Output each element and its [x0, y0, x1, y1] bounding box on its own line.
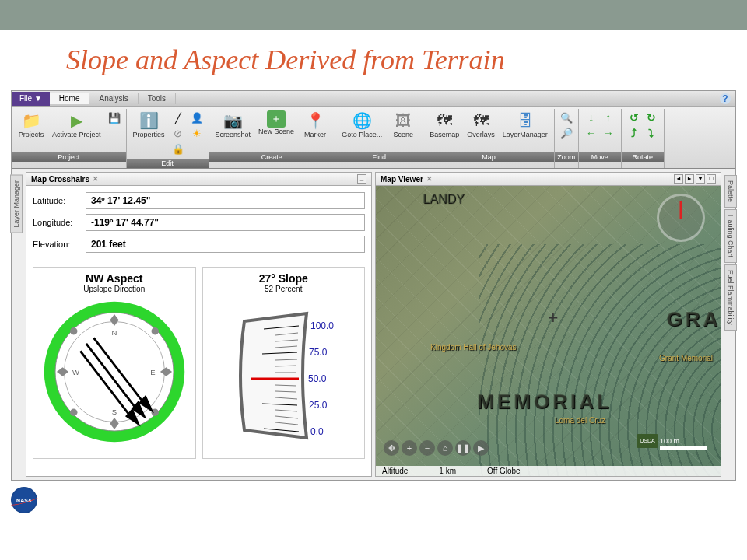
play-icon: ▶ [66, 110, 86, 131]
dropdown-icon[interactable]: ▾ [696, 174, 705, 184]
move-down-icon[interactable]: ↓ [584, 110, 599, 124]
globe-icon: 🌐 [352, 110, 372, 131]
overlays-button[interactable]: 🗺Overlays [464, 109, 498, 140]
map-canvas[interactable]: + LANDY Kingdom Hall of Jehovas MEMORIAL… [376, 186, 721, 476]
image-icon: 🖼 [393, 110, 413, 131]
save-icon[interactable]: 💾 [107, 110, 121, 124]
slope-instrument: 27° Slope 52 Percent [202, 267, 366, 459]
camera-icon: 📷 [223, 110, 243, 131]
compass-gauge: N S W E [40, 298, 188, 446]
tab-tools[interactable]: Tools [139, 93, 176, 104]
new-scene-button[interactable]: ＋New Scene [255, 109, 297, 137]
map-icon: 🗺 [434, 110, 454, 131]
sun-icon[interactable]: ☀ [190, 126, 204, 140]
usda-badge: USDA [637, 434, 658, 448]
side-tab-fuel-flammability[interactable]: Fuel Flammability [724, 264, 737, 331]
zoom-in-icon[interactable]: 🔍 [559, 110, 573, 124]
menubar: File ▼ Home Analysis Tools ? [12, 91, 735, 107]
lock-icon[interactable]: 🔒 [171, 142, 185, 156]
side-tab-palette[interactable]: Palette [724, 175, 737, 208]
svg-point-10 [70, 409, 78, 417]
move-left-icon[interactable]: ← [584, 126, 599, 140]
aspect-subtitle: Upslope Direction [38, 285, 191, 293]
properties-button[interactable]: ℹ️Properties [130, 109, 168, 140]
svg-text:W: W [72, 368, 79, 376]
scene-icon: ＋ [267, 110, 286, 128]
rotate-ccw-icon[interactable]: ↺ [626, 110, 642, 124]
group-label-move: Move [579, 152, 621, 162]
slope-title: 27° Slope [208, 272, 360, 285]
side-tab-hauling-chart[interactable]: Hauling Chart [724, 209, 737, 263]
user-icon[interactable]: 👤 [190, 110, 204, 124]
map-label-landy: LANDY [423, 192, 464, 206]
screenshot-button[interactable]: 📷Screenshot [212, 109, 254, 140]
svg-text:S: S [112, 408, 117, 416]
tilt-up-icon[interactable]: ⤴ [626, 126, 642, 140]
longitude-label: Longitude: [33, 218, 86, 227]
page-title: Slope and Aspect Derived from Terrain [0, 30, 747, 90]
close-tab-icon[interactable]: ✕ [93, 175, 99, 183]
marker-icon: 📍 [305, 110, 325, 131]
move-up-icon[interactable]: ↑ [601, 110, 616, 124]
activate-project-button[interactable]: ▶Activate Project [49, 109, 104, 140]
svg-text:50.0: 50.0 [308, 373, 327, 384]
crosshair-icon: + [549, 308, 559, 328]
latitude-value[interactable]: 34º 17' 12.45" [86, 192, 365, 209]
group-label-zoom: Zoom [555, 152, 578, 162]
map-home-icon[interactable]: ⌂ [437, 440, 453, 456]
minimize-icon[interactable]: _ [357, 174, 366, 184]
layermanager-button[interactable]: 🗄LayerManager [500, 109, 551, 140]
projects-button[interactable]: 📁Projects [15, 109, 47, 140]
tab-home[interactable]: Home [50, 93, 90, 104]
file-menu[interactable]: File ▼ [12, 92, 50, 106]
elevation-label: Elevation: [33, 240, 86, 249]
aspect-instrument: NW Aspect Upslope Direction [33, 267, 196, 459]
info-icon: ℹ️ [139, 110, 159, 131]
map-crosshairs-panel: Map Crosshairs ✕ _ Latitude: 34º 17' 12.… [26, 172, 372, 477]
map-status-bar: Altitude 1 km Off Globe [376, 466, 721, 476]
nav-next-icon[interactable]: ▸ [685, 174, 694, 184]
side-tab-layer-manager[interactable]: Layer Manager [10, 175, 23, 233]
map-compass-icon[interactable] [657, 194, 705, 242]
svg-point-7 [151, 327, 159, 335]
scene-button[interactable]: 🖼Scene [387, 109, 419, 140]
cancel-icon[interactable]: ⊘ [171, 126, 185, 140]
group-label-edit: Edit [127, 159, 209, 168]
svg-text:25.0: 25.0 [309, 400, 328, 411]
map-pause-icon[interactable]: ❚❚ [455, 440, 471, 456]
group-label-map: Map [423, 152, 554, 162]
tilt-down-icon[interactable]: ⤵ [644, 126, 659, 140]
maximize-icon[interactable]: □ [707, 174, 716, 184]
marker-button[interactable]: 📍Marker [299, 109, 331, 140]
help-icon[interactable]: ? [720, 93, 731, 104]
nav-prev-icon[interactable]: ◂ [674, 174, 683, 184]
svg-text:E: E [150, 368, 155, 376]
scale-bar: 100 m [660, 437, 707, 450]
elevation-value[interactable]: 201 feet [86, 236, 365, 253]
svg-text:100.0: 100.0 [310, 320, 334, 331]
svg-text:75.0: 75.0 [309, 347, 328, 358]
group-label-create: Create [209, 152, 335, 162]
longitude-value[interactable]: -119º 17' 44.77" [86, 214, 365, 231]
map-zoom-in-icon[interactable]: + [402, 440, 417, 456]
rotate-cw-icon[interactable]: ↻ [644, 110, 659, 124]
panel-title: Map Viewer [381, 175, 423, 184]
goto-place-button[interactable]: 🌐Goto Place... [338, 109, 385, 140]
basemap-button[interactable]: 🗺Basemap [426, 109, 462, 140]
map-zoom-out-icon[interactable]: − [419, 440, 435, 456]
group-label-find: Find [335, 152, 423, 162]
zoom-out-icon[interactable]: 🔎 [559, 126, 573, 140]
line-tool-icon[interactable]: ╱ [171, 110, 185, 124]
tab-analysis[interactable]: Analysis [89, 93, 138, 104]
application-window: File ▼ Home Analysis Tools ? 📁Projects ▶… [11, 90, 736, 481]
nasa-logo: NASA [11, 487, 37, 513]
map-label-loma: Loma del Cruz [555, 416, 605, 425]
close-tab-icon[interactable]: ✕ [426, 175, 433, 183]
map-play-icon[interactable]: ▶ [473, 440, 489, 456]
database-icon: 🗄 [515, 110, 535, 131]
move-right-icon[interactable]: → [601, 126, 616, 140]
status-globe: Off Globe [487, 467, 521, 475]
status-distance: 1 km [439, 467, 456, 475]
panel-title: Map Crosshairs [31, 175, 89, 184]
nav-wheel-icon[interactable]: ✥ [384, 440, 399, 456]
